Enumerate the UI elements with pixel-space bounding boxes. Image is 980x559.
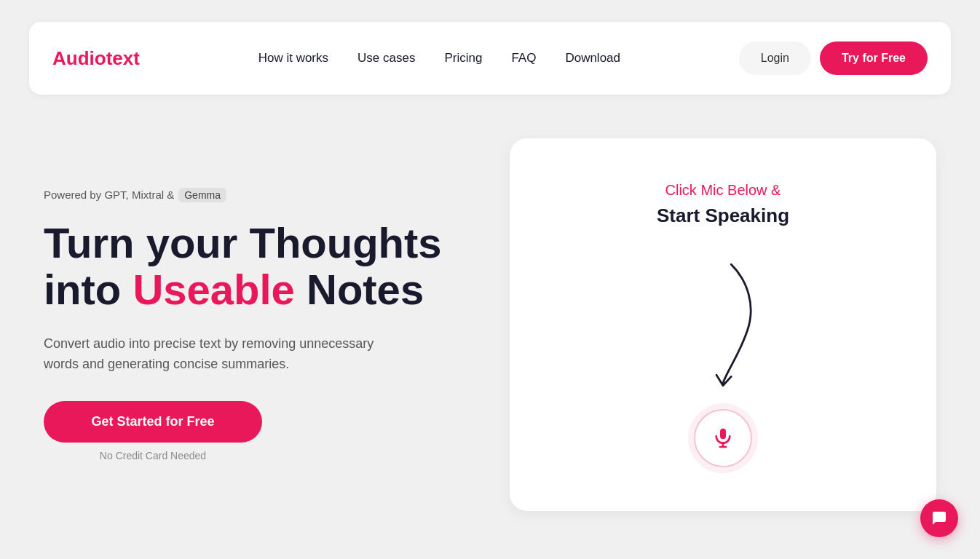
powered-by-text: Powered by GPT, Mixtral & (44, 189, 174, 201)
hero-title-highlight: Useable (133, 266, 294, 313)
nav-pricing[interactable]: Pricing (444, 51, 482, 65)
nav-faq[interactable]: FAQ (511, 51, 536, 65)
powered-by: Powered by GPT, Mixtral & Gemma (44, 188, 466, 202)
arrow-container (679, 256, 767, 387)
demo-instruction-top: Click Mic Below & (665, 182, 781, 199)
get-started-button[interactable]: Get Started for Free (44, 401, 262, 443)
gemma-badge: Gemma (178, 188, 226, 202)
hero-left: Powered by GPT, Mixtral & Gemma Turn you… (44, 188, 466, 461)
hero-subtitle: Convert audio into precise text by remov… (44, 333, 408, 376)
try-free-button[interactable]: Try for Free (820, 41, 928, 75)
nav-links: How it works Use cases Pricing FAQ Downl… (258, 51, 620, 66)
navbar: Audiotext How it works Use cases Pricing… (29, 22, 951, 95)
hero-title-suffix: Notes (295, 266, 424, 313)
login-button[interactable]: Login (739, 41, 811, 75)
brand-logo[interactable]: Audiotext (52, 47, 140, 70)
no-credit-text: No Credit Card Needed (44, 450, 262, 461)
hero-section: Powered by GPT, Mixtral & Gemma Turn you… (29, 138, 951, 511)
nav-use-cases[interactable]: Use cases (357, 51, 415, 65)
mic-button[interactable] (694, 409, 752, 467)
arrow-icon (679, 256, 767, 387)
demo-instruction-bold: Start Speaking (657, 205, 789, 227)
hero-title-line1: Turn your Thoughts (44, 219, 442, 266)
chat-widget[interactable] (920, 499, 958, 537)
mic-icon (711, 427, 735, 450)
nav-download[interactable]: Download (565, 51, 620, 65)
svg-rect-0 (720, 429, 726, 440)
nav-actions: Login Try for Free (739, 41, 928, 75)
chat-icon (930, 510, 948, 527)
demo-card: Click Mic Below & Start Speaking (510, 138, 936, 511)
hero-right: Click Mic Below & Start Speaking (510, 138, 936, 511)
nav-how-it-works[interactable]: How it works (258, 51, 328, 65)
hero-title-line2-prefix: into (44, 266, 133, 313)
hero-title: Turn your Thoughts into Useable Notes (44, 220, 466, 313)
